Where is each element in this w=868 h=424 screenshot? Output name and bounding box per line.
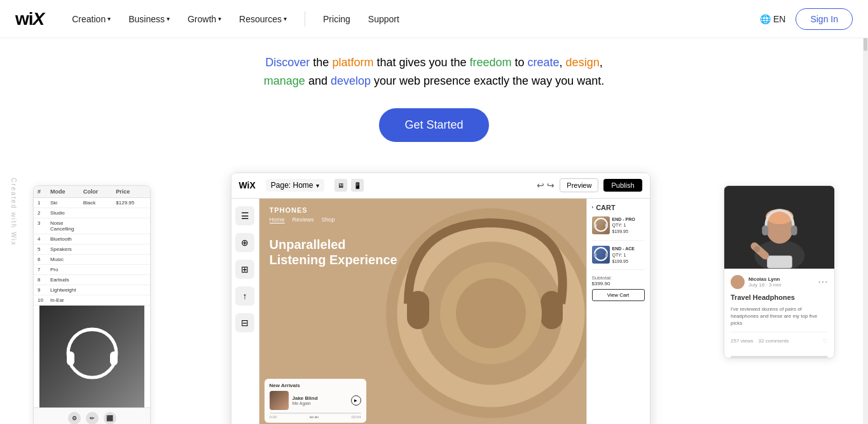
chevron-down-icon: ▾	[316, 182, 319, 189]
store-name: TPHONES	[270, 206, 335, 214]
play-button[interactable]: ▶	[351, 395, 361, 406]
mobile-icon[interactable]: 📱	[351, 179, 364, 192]
view-count: 257 views	[731, 338, 754, 344]
editor-actions: ↩ ↪ Preview Publish	[537, 178, 642, 192]
cart-panel: › CART END - PRO QTY: 1 $199.95	[586, 199, 650, 424]
edit-icon[interactable]: ✏	[86, 412, 99, 424]
hero-subtitle: Discover the platform that gives you the…	[264, 53, 604, 90]
publish-button[interactable]: Publish	[603, 179, 642, 192]
svg-rect-11	[605, 223, 608, 228]
main-editor: WiX Page: Home ▾ 🖥 📱 ↩ ↪ Preview Publish	[231, 173, 651, 424]
language-selector[interactable]: 🌐 EN	[760, 14, 785, 24]
preview-button[interactable]: Preview	[560, 178, 598, 192]
store-nav: Home Reviews Shop	[270, 216, 335, 223]
nav-right: 🌐 EN Sign In	[760, 8, 853, 30]
progress-time: 0:00 ⏮ ⏭ 03:04	[270, 415, 361, 419]
song-artist: Me Again	[293, 401, 347, 406]
nav-item-business[interactable]: Business ▾	[121, 10, 177, 28]
table-row: 9Lightweight	[34, 285, 150, 295]
editor-canvas: TPHONES Home Reviews Shop Unparalleled L…	[259, 199, 586, 424]
chevron-down-icon: ▾	[107, 15, 111, 22]
blog-author: Nicolas Lynn July 16 · 3 min ⋯	[731, 275, 828, 289]
editor-sidebar: ☰ ⊕ ⊞ ↑ ⊟	[231, 199, 259, 424]
table-row: 2Studio	[34, 208, 150, 218]
table-row: 7Pro	[34, 265, 150, 275]
nav-item-resources[interactable]: Resources ▾	[231, 10, 294, 28]
svg-rect-20	[791, 225, 797, 236]
upload-icon[interactable]: ↑	[235, 286, 254, 306]
view-cart-button[interactable]: View Cart	[592, 289, 645, 301]
cart-item-image	[592, 246, 610, 264]
new-arrivals-label: New Arrivals	[270, 383, 361, 388]
cart-item-info: END - ACE QTY: 1 $199.95	[612, 246, 635, 264]
undo-icon[interactable]: ↩	[537, 180, 544, 190]
author-avatar	[731, 275, 745, 289]
svg-point-8	[456, 278, 526, 348]
navbar: wiX Creation ▾ Business ▾ Growth ▾ Resou…	[0, 0, 868, 38]
product-preview-image	[39, 306, 144, 407]
nav-item-growth[interactable]: Growth ▾	[180, 10, 229, 28]
settings-icon[interactable]: ⚙	[68, 412, 81, 424]
svg-rect-13	[594, 253, 596, 257]
store-nav-reviews[interactable]: Reviews	[293, 216, 314, 223]
player-info: Jake Blind Me Again	[293, 395, 347, 406]
undo-redo: ↩ ↪	[537, 180, 555, 190]
blog-content: Nicolas Lynn July 16 · 3 min ⋯ Travel He…	[724, 269, 834, 351]
chevron-down-icon: ▾	[167, 15, 170, 22]
image-icon[interactable]: ⬛	[104, 412, 116, 424]
get-started-button[interactable]: Get Started	[379, 108, 488, 142]
svg-point-23	[754, 246, 760, 252]
chevron-down-icon: ▾	[284, 15, 287, 22]
right-panel: Nicolas Lynn July 16 · 3 min ⋯ Travel He…	[724, 185, 835, 359]
more-options-icon[interactable]: ⋯	[818, 276, 828, 288]
music-player: Jake Blind Me Again ▶	[270, 391, 361, 410]
store-nav-home[interactable]: Home	[270, 216, 285, 223]
blog-title: Travel Headphones	[731, 293, 828, 302]
svg-rect-14	[605, 253, 608, 257]
editor-wix-logo: WiX	[239, 180, 256, 190]
like-icon[interactable]: ♡	[822, 337, 828, 344]
editor-body: ☰ ⊕ ⊞ ↑ ⊟ TPH	[231, 199, 650, 424]
store-nav-shop[interactable]: Shop	[322, 216, 335, 223]
chevron-down-icon: ▾	[218, 15, 221, 22]
nav-item-support[interactable]: Support	[361, 10, 407, 28]
table-row: 3Noise Cancelling	[34, 218, 150, 234]
blog-divider	[731, 356, 828, 358]
cart-item-2: END - ACE QTY: 1 $199.95	[592, 246, 645, 270]
table-row: 8Earbuds	[34, 275, 150, 285]
nav-separator	[305, 11, 305, 27]
redo-icon[interactable]: ↪	[547, 180, 555, 190]
progress-bar[interactable]	[270, 413, 361, 414]
wix-logo[interactable]: wiX	[15, 9, 44, 29]
pages-icon[interactable]: ☰	[235, 206, 254, 225]
song-title: Jake Blind	[293, 395, 347, 401]
layers-icon[interactable]: ⊟	[235, 313, 254, 332]
store-header: TPHONES Home Reviews Shop	[270, 206, 335, 223]
blog-hero-image	[724, 186, 834, 269]
blog-excerpt: I've reviewed dozens of pairs of headpho…	[731, 306, 828, 327]
table-row: 5Speakers	[34, 244, 150, 255]
editor-view-icons: 🖥 📱	[334, 179, 364, 192]
desktop-icon[interactable]: 🖥	[334, 179, 347, 192]
left-panel: # Mode Color Price 1SkiBlack$129.95 2Stu…	[33, 185, 151, 424]
table-row: 1SkiBlack$129.95	[34, 198, 150, 208]
nav-item-creation[interactable]: Creation ▾	[64, 10, 118, 28]
cart-item-image	[592, 216, 610, 234]
editor-topbar: WiX Page: Home ▾ 🖥 📱 ↩ ↪ Preview Publish	[231, 173, 650, 199]
store-headline: Unparalleled Listening Experience	[270, 237, 397, 267]
svg-rect-19	[762, 225, 768, 236]
add-elements-icon[interactable]: ⊕	[235, 233, 254, 252]
svg-rect-10	[594, 223, 596, 228]
blog-stats: 257 views 32 comments ♡	[731, 332, 828, 344]
page-selector[interactable]: Page: Home ▾	[266, 179, 324, 192]
cart-item-1: END - PRO QTY: 1 $199.95	[592, 216, 645, 241]
apps-icon[interactable]: ⊞	[235, 260, 254, 279]
nav-menu: Creation ▾ Business ▾ Growth ▾ Resources…	[64, 10, 407, 28]
chevron-left-icon: ›	[592, 204, 594, 210]
cart-subtotal: Subtotal: $399.90	[592, 275, 645, 286]
sign-in-button[interactable]: Sign In	[796, 8, 853, 30]
globe-icon: 🌐	[760, 14, 771, 24]
nav-item-pricing[interactable]: Pricing	[315, 10, 358, 28]
player-controls: ⏮ ⏭	[310, 415, 319, 419]
table-row: 4Bluetooth	[34, 234, 150, 244]
